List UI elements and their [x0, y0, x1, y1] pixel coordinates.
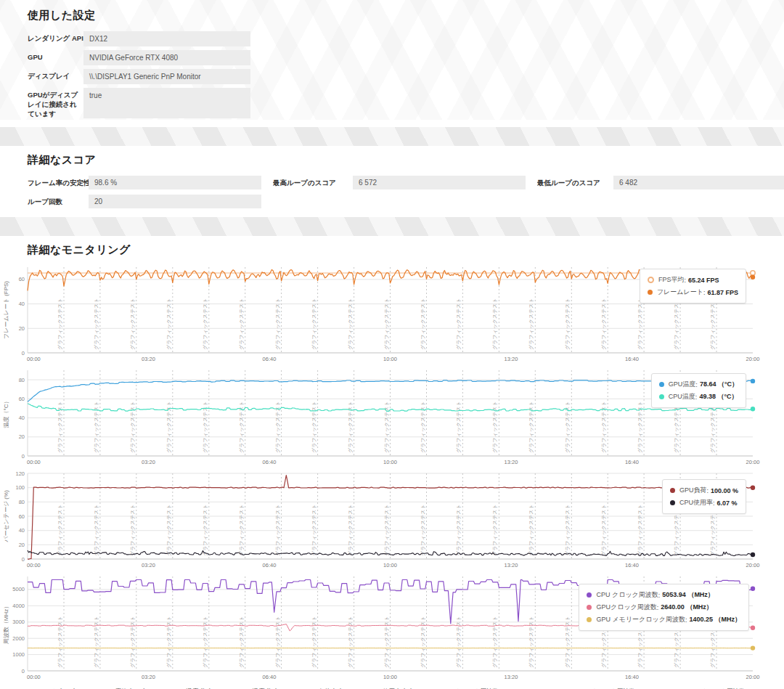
series-end-marker	[751, 646, 755, 651]
svg-text:20:00: 20:00	[746, 562, 760, 568]
loop-marker-label: グラフィックステスト	[565, 616, 571, 669]
setting-row: GPUがディスプレイに接続されていますtrue	[28, 88, 784, 118]
svg-text:00:00: 00:00	[27, 562, 41, 568]
legend-series-name: CPU使用率	[679, 498, 713, 507]
svg-text:13:20: 13:20	[505, 356, 518, 362]
legend-series-name: GPU メモリークロック周波数	[596, 615, 685, 624]
legend-series-value: 100.00 %	[711, 487, 738, 494]
svg-text:16:40: 16:40	[625, 459, 639, 465]
monitoring-charts: 0204060グラフィックステストグラフィックステストグラフィックステストグラフ…	[0, 263, 784, 684]
monitoring-section: 詳細なモニタリング 0204060グラフィックステストグラフィックステストグラフ…	[0, 236, 784, 689]
svg-text:00:00: 00:00	[27, 356, 41, 362]
loop-marker-label: グラフィックステスト	[420, 401, 426, 454]
legend-item-0: フレームレート (FPS)	[0, 686, 89, 689]
section-separator	[0, 217, 784, 236]
svg-text:10:00: 10:00	[383, 356, 397, 362]
y-axis-label: パーセンテージ (%)	[3, 490, 9, 543]
loop-marker-label: グラフィックステスト	[674, 298, 679, 351]
monitoring-chart-3: 010002000300040005000グラフィックステストグラフィックステス…	[0, 572, 784, 684]
svg-text:10:00: 10:00	[383, 562, 397, 568]
svg-text:16:40: 16:40	[625, 674, 639, 680]
loop-marker-label: グラフィックステスト	[203, 298, 208, 351]
settings-rows: レンダリング APIDX12GPUNVIDIA GeForce RTX 4080…	[28, 31, 784, 118]
svg-text:03:20: 03:20	[142, 459, 155, 465]
legend-marker-icon	[670, 500, 675, 505]
benchmark-result-page: 使用した設定 レンダリング APIDX12GPUNVIDIA GeForce R…	[0, 0, 784, 689]
setting-value: DX12	[83, 31, 250, 46]
score-value: 20	[89, 195, 261, 208]
legend-row: CPU温度: 49.38 （°C）	[659, 392, 738, 401]
setting-label: GPUがディスプレイに接続されています	[28, 88, 83, 118]
chart-2-legend: GPU負荷: 100.00 %CPU使用率: 6.07 %	[662, 479, 746, 514]
legend-row: フレームレート: 61.87 FPS	[648, 288, 738, 297]
svg-text:0: 0	[22, 556, 25, 563]
loop-marker-label: グラフィックステスト	[130, 616, 136, 669]
score-rows: フレーム率の安定性98.6 %最高ループのスコア6 572最低ループのスコア6 …	[28, 176, 784, 208]
svg-text:20:00: 20:00	[746, 674, 760, 680]
legend-series-name: GPU負荷	[679, 486, 707, 495]
loop-marker-label: グラフィックステスト	[456, 505, 462, 557]
legend-series-value: 61.87 FPS	[707, 289, 738, 296]
setting-label: レンダリング API	[28, 31, 83, 46]
loop-marker-label: グラフィックステスト	[166, 505, 172, 557]
loop-marker-label: グラフィックステスト	[492, 616, 498, 669]
loop-marker-label: グラフィックステスト	[203, 505, 208, 557]
loop-marker-label: グラフィックステスト	[239, 298, 245, 351]
svg-text:60: 60	[19, 396, 25, 402]
svg-text:40: 40	[19, 415, 25, 422]
svg-text:80: 80	[19, 377, 25, 383]
loop-marker-label: グラフィックステスト	[166, 616, 172, 669]
svg-text:00:00: 00:00	[27, 459, 41, 465]
scores-section: 詳細なスコア フレーム率の安定性98.6 %最高ループのスコア6 572最低ルー…	[0, 146, 784, 208]
loop-marker-label: グラフィックステスト	[637, 505, 643, 557]
legend-series-name: GPUクロック周波数	[596, 603, 656, 612]
legend-row: GPUクロック周波数: 2640.00 （MHz）	[587, 603, 741, 612]
legend-series-value: 1400.25 （MHz）	[689, 615, 741, 624]
setting-label: GPU	[28, 50, 83, 65]
score-value: 6 482	[613, 176, 784, 189]
loop-marker-label: グラフィックステスト	[601, 505, 607, 557]
svg-text:16:40: 16:40	[625, 356, 639, 362]
loop-marker-label: グラフィックステスト	[528, 401, 534, 454]
legend-item-3: GPU温度 (°C)	[225, 686, 291, 689]
svg-text:40: 40	[19, 301, 25, 308]
setting-row: GPUNVIDIA GeForce RTX 4080	[28, 50, 784, 65]
svg-text:5000: 5000	[12, 587, 25, 593]
svg-text:3000: 3000	[12, 619, 25, 626]
svg-text:03:20: 03:20	[142, 562, 155, 568]
legend-series-name: GPU温度	[669, 380, 696, 389]
loop-marker-label: グラフィックステスト	[384, 616, 390, 669]
loop-marker-label: グラフィックステスト	[275, 616, 281, 669]
svg-text:1000: 1000	[12, 652, 25, 659]
svg-text:40: 40	[19, 528, 25, 534]
legend-item-2: CPU温度 (°C)	[159, 686, 225, 689]
series-end-marker	[751, 553, 755, 557]
svg-text:10:00: 10:00	[383, 674, 397, 680]
loop-marker-label: グラフィックステスト	[57, 616, 63, 669]
loop-marker-label: グラフィックステスト	[420, 505, 426, 557]
svg-text:0: 0	[22, 668, 25, 674]
series-end-marker	[751, 407, 755, 412]
setting-value: \\.\DISPLAY1 Generic PnP Monitor	[83, 69, 250, 84]
score-label: ループ回数	[28, 195, 89, 208]
legend-marker-icon	[587, 617, 592, 622]
legend-item-6: CPU クロック周波数（MHz）	[426, 686, 537, 689]
svg-text:0: 0	[22, 350, 25, 356]
chart-series-legend: フレームレート (FPS)FPS平均 (FPS)CPU温度 (°C)GPU温度 …	[0, 686, 784, 689]
series-end-marker	[751, 379, 755, 383]
series-end-marker	[751, 275, 755, 280]
loop-marker-label: グラフィックステスト	[94, 401, 99, 454]
loop-marker-label: グラフィックステスト	[311, 616, 317, 669]
loop-marker-label: グラフィックステスト	[601, 298, 607, 351]
loop-marker-label: グラフィックステスト	[456, 401, 462, 454]
loop-marker-label: グラフィックステスト	[348, 298, 354, 351]
legend-row: GPU温度: 78.64 （°C）	[659, 380, 738, 389]
svg-text:20: 20	[19, 434, 25, 441]
loop-marker-label: グラフィックステスト	[311, 298, 317, 351]
score-label: 最低ループのスコア	[537, 176, 613, 189]
svg-text:120: 120	[15, 470, 25, 477]
legend-series-name: FPS平均	[658, 275, 685, 285]
loop-marker-label: グラフィックステスト	[565, 298, 571, 351]
legend-marker-icon	[648, 290, 653, 295]
legend-row: FPS平均: 65.24 FPS	[648, 275, 738, 285]
